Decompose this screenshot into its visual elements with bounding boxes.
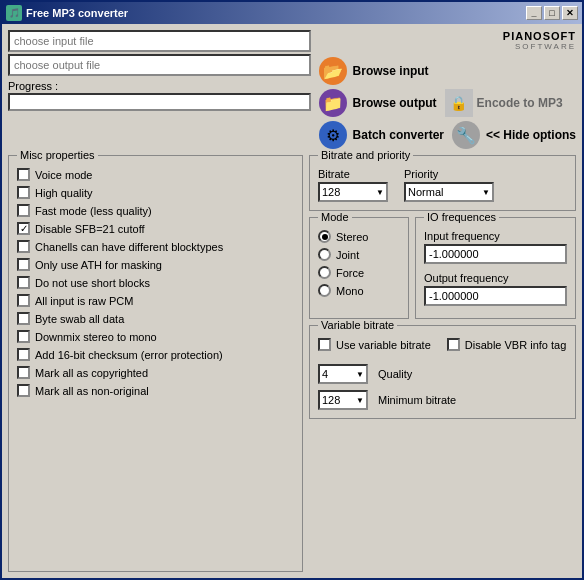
misc-item-9: Downmix stereo to mono <box>17 330 294 343</box>
vbr-top-row: Use variable bitrate Disable VBR info ta… <box>318 338 567 356</box>
quality-value: 4 <box>322 368 328 380</box>
mode-option-0: Stereo <box>318 230 400 243</box>
misc-label-0: Voice mode <box>35 169 92 181</box>
min-bitrate-label: Minimum bitrate <box>378 394 456 406</box>
output-file-field[interactable] <box>8 54 311 76</box>
misc-item-6: Do not use short blocks <box>17 276 294 289</box>
mode-radio-mono[interactable] <box>318 284 331 297</box>
misc-item-8: Byte swab all data <box>17 312 294 325</box>
progress-section: Progress : <box>8 80 311 111</box>
vbr-group-label: Variable bitrate <box>318 319 397 331</box>
priority-field: Priority Normal ▼ <box>404 168 494 202</box>
misc-item-5: Only use ATH for masking <box>17 258 294 271</box>
misc-checkbox-4[interactable] <box>17 240 30 253</box>
mode-label-stereo: Stereo <box>336 231 368 243</box>
window-title: Free MP3 converter <box>26 7 526 19</box>
misc-checkbox-5[interactable] <box>17 258 30 271</box>
min-bitrate-select[interactable]: 128 ▼ <box>318 390 368 410</box>
mode-radio-joint[interactable] <box>318 248 331 261</box>
input-freq-input[interactable] <box>424 244 567 264</box>
misc-item-4: Chanells can have different blocktypes <box>17 240 294 253</box>
mode-radio-force[interactable] <box>318 266 331 279</box>
window-controls: _ □ ✕ <box>526 6 578 20</box>
top-section: Progress : PIANOSOFT SOFTWARE 📂 Browse i… <box>8 30 576 149</box>
misc-checkbox-7[interactable] <box>17 294 30 307</box>
mode-radio-stereo[interactable] <box>318 230 331 243</box>
browse-input-icon: 📂 <box>319 57 347 85</box>
misc-checkbox-6[interactable] <box>17 276 30 289</box>
mode-group: Mode StereoJointForceMono <box>309 217 409 319</box>
misc-item-2: Fast mode (less quality) <box>17 204 294 217</box>
input-file-field[interactable] <box>8 30 311 52</box>
encode-label[interactable]: Encode to MP3 <box>477 96 563 110</box>
disable-vbr-row: Disable VBR info tag <box>447 338 567 351</box>
browse-input-button[interactable]: 📂 Browse input <box>319 57 576 85</box>
misc-checkbox-2[interactable] <box>17 204 30 217</box>
output-freq-input[interactable] <box>424 286 567 306</box>
vbr-group: Variable bitrate Use variable bitrate Di… <box>309 325 576 419</box>
browse-output-icon: 📁 <box>319 89 347 117</box>
bitrate-row: Bitrate 128 ▼ Priority Normal ▼ <box>318 168 567 202</box>
bitrate-group: Bitrate and priority Bitrate 128 ▼ Prior… <box>309 155 576 211</box>
pianosoft-sub: SOFTWARE <box>503 42 576 51</box>
misc-checkbox-9[interactable] <box>17 330 30 343</box>
browse-output-button[interactable]: 📁 Browse output <box>319 89 437 117</box>
minimize-button[interactable]: _ <box>526 6 542 20</box>
misc-label-7: All input is raw PCM <box>35 295 133 307</box>
input-freq-field: Input frequency <box>424 230 567 268</box>
misc-checkbox-10[interactable] <box>17 348 30 361</box>
title-bar: 🎵 Free MP3 converter _ □ ✕ <box>2 2 582 24</box>
misc-properties-group: Misc properties Voice modeHigh qualityFa… <box>8 155 303 572</box>
mode-radios: StereoJointForceMono <box>318 230 400 297</box>
quality-label: Quality <box>378 368 412 380</box>
browse-output-label: Browse output <box>353 96 437 110</box>
misc-label-12: Mark all as non-original <box>35 385 149 397</box>
misc-item-11: Mark all as copyrighted <box>17 366 294 379</box>
app-icon: 🎵 <box>6 5 22 21</box>
maximize-button[interactable]: □ <box>544 6 560 20</box>
progress-label: Progress : <box>8 80 311 92</box>
quality-select[interactable]: 4 ▼ <box>318 364 368 384</box>
use-vbr-label: Use variable bitrate <box>336 339 431 351</box>
mode-label-force: Force <box>336 267 364 279</box>
disable-vbr-checkbox[interactable] <box>447 338 460 351</box>
hide-options-button[interactable]: 🔧 << Hide options <box>452 121 576 149</box>
misc-checkbox-0[interactable] <box>17 168 30 181</box>
pianosoft-name: PIANOSOFT <box>503 30 576 42</box>
mode-label-joint: Joint <box>336 249 359 261</box>
progress-bar <box>8 93 311 111</box>
bitrate-value: 128 <box>322 186 340 198</box>
misc-checkbox-1[interactable] <box>17 186 30 199</box>
misc-label-6: Do not use short blocks <box>35 277 150 289</box>
mode-option-2: Force <box>318 266 400 279</box>
io-group-label: IO frequences <box>424 211 499 223</box>
misc-checkbox-12[interactable] <box>17 384 30 397</box>
right-panels: Bitrate and priority Bitrate 128 ▼ Prior… <box>309 155 576 572</box>
output-freq-label: Output frequency <box>424 272 567 284</box>
bottom-section: Misc properties Voice modeHigh qualityFa… <box>8 155 576 572</box>
browse-input-label: Browse input <box>353 64 429 78</box>
hide-label: << Hide options <box>486 128 576 142</box>
misc-item-0: Voice mode <box>17 168 294 181</box>
encode-section: 🔒 Encode to MP3 <box>445 89 563 117</box>
misc-checkbox-8[interactable] <box>17 312 30 325</box>
vbr-fields: 4 ▼ Quality <box>318 364 567 384</box>
encode-icon: 🔒 <box>445 89 473 117</box>
misc-label-11: Mark all as copyrighted <box>35 367 148 379</box>
hide-icon: 🔧 <box>452 121 480 149</box>
bitrate-select[interactable]: 128 ▼ <box>318 182 388 202</box>
use-vbr-checkbox[interactable] <box>318 338 331 351</box>
main-window: 🎵 Free MP3 converter _ □ ✕ Progress : <box>0 0 584 580</box>
misc-checkbox-3[interactable]: ✓ <box>17 222 30 235</box>
close-button[interactable]: ✕ <box>562 6 578 20</box>
batch-converter-button[interactable]: ⚙ Batch converter <box>319 121 444 149</box>
misc-item-1: High quality <box>17 186 294 199</box>
priority-select[interactable]: Normal ▼ <box>404 182 494 202</box>
bitrate-group-label: Bitrate and priority <box>318 149 413 161</box>
priority-label: Priority <box>404 168 494 180</box>
batch-label: Batch converter <box>353 128 444 142</box>
io-freq-group: IO frequences Input frequency Output fre… <box>415 217 576 319</box>
batch-icon: ⚙ <box>319 121 347 149</box>
misc-label-3: Disable SFB=21 cutoff <box>35 223 145 235</box>
misc-checkbox-11[interactable] <box>17 366 30 379</box>
